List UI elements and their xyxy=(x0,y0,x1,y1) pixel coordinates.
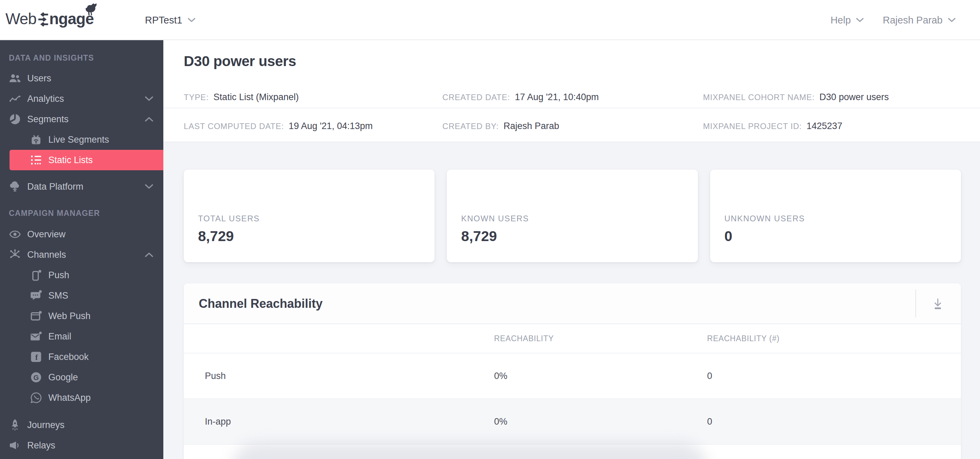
stat-cards-row: TOTAL USERS 8,729 KNOWN USERS 8,729 UNKN… xyxy=(184,170,961,262)
sidebar-item-google[interactable]: G Google xyxy=(0,367,163,387)
relays-icon xyxy=(9,439,21,451)
main-content: D30 power users TYPE:Static List (Mixpan… xyxy=(163,40,980,459)
download-icon xyxy=(931,297,945,311)
sidebar-item-label: Overview xyxy=(27,229,66,240)
channel-name: In-app xyxy=(184,416,494,427)
reachability-percent: 0% xyxy=(494,371,707,381)
sidebar-item-label: SMS xyxy=(48,290,68,301)
download-button[interactable] xyxy=(928,293,948,314)
sidebar-item-label: Static Lists xyxy=(48,155,93,166)
meta-last-computed-date: LAST COMPUTED DATE:19 Aug '21, 04:13pm xyxy=(184,119,442,132)
chevron-down-icon xyxy=(188,18,195,22)
sidebar-item-label: Relays xyxy=(27,440,56,451)
chevron-up-icon[interactable] xyxy=(145,116,153,122)
sidebar-item-label: Users xyxy=(27,73,51,84)
stat-label: KNOWN USERS xyxy=(461,214,684,223)
journeys-icon xyxy=(9,419,21,431)
sidebar-item-label: Facebook xyxy=(48,352,89,362)
stat-value: 8,729 xyxy=(461,228,684,244)
sidebar-item-data-platform[interactable]: Data Platform xyxy=(0,176,163,197)
channel-name: Push xyxy=(184,371,494,381)
table-row-push[interactable]: Push 0% 0 xyxy=(184,354,961,399)
chevron-up-icon[interactable] xyxy=(145,252,153,257)
table-header-reachability-count: REACHABILITY (#) xyxy=(707,334,961,343)
meta-mixpanel-project-id: MIXPANEL PROJECT ID:1425237 xyxy=(703,119,961,132)
chevron-down-icon[interactable] xyxy=(145,96,153,102)
reachability-count: 0 xyxy=(707,371,961,381)
stat-card-known-users: KNOWN USERS 8,729 xyxy=(447,170,698,262)
table-header-reachability: REACHABILITY xyxy=(494,334,707,343)
sidebar-item-label: Data Platform xyxy=(27,182,83,192)
sidebar-item-facebook[interactable]: f Facebook xyxy=(0,347,163,367)
sidebar-section-campaign-manager: CAMPAIGN MANAGER xyxy=(9,205,163,222)
webengage-logo[interactable]: Web ngage xyxy=(5,10,94,28)
stat-label: TOTAL USERS xyxy=(198,214,421,223)
chevron-down-icon[interactable] xyxy=(145,184,153,189)
sidebar-item-web-push[interactable]: Web Push xyxy=(0,306,163,326)
sidebar-item-sms[interactable]: SMS xyxy=(0,285,163,306)
sidebar-item-analytics[interactable]: Analytics xyxy=(0,89,163,109)
sidebar-item-overview[interactable]: Overview xyxy=(0,224,163,244)
stat-card-total-users: TOTAL USERS 8,729 xyxy=(184,170,434,262)
google-icon: G xyxy=(30,371,42,383)
sidebar-section-data-and-insights: DATA AND INSIGHTS xyxy=(9,50,163,66)
webengage-bird-icon xyxy=(83,3,99,17)
sidebar-item-label: Analytics xyxy=(27,94,64,104)
panel-header: Channel Reachability xyxy=(184,283,961,324)
bottom-scroll-shadow xyxy=(231,443,708,459)
top-navigation-bar: Web ngage RPTest1 Help Ra xyxy=(0,0,980,40)
segments-icon xyxy=(9,113,21,125)
svg-text:f: f xyxy=(35,353,38,362)
sidebar-item-users[interactable]: Users xyxy=(0,68,163,89)
web-push-icon xyxy=(30,310,42,322)
user-menu[interactable]: Rajesh Parab xyxy=(883,14,956,26)
sidebar-item-static-lists[interactable]: Static Lists xyxy=(10,150,163,170)
sidebar-item-label: WhatsApp xyxy=(48,393,91,403)
help-menu[interactable]: Help xyxy=(830,14,864,26)
logo-text-web: Web xyxy=(5,10,37,28)
users-icon xyxy=(9,72,21,84)
meta-created-date: CREATED DATE:17 Aug '21, 10:40pm xyxy=(442,90,703,103)
sidebar-item-email[interactable]: Email xyxy=(0,326,163,347)
sidebar-item-label: Push xyxy=(48,270,69,280)
email-icon xyxy=(30,330,42,343)
static-lists-icon xyxy=(30,154,42,166)
live-segments-icon xyxy=(30,134,42,146)
overview-icon xyxy=(9,228,21,241)
sidebar-item-channels[interactable]: Channels xyxy=(0,244,163,265)
meta-created-by: CREATED BY:Rajesh Parab xyxy=(442,119,703,132)
stat-label: UNKNOWN USERS xyxy=(724,214,947,223)
meta-type: TYPE:Static List (Mixpanel) xyxy=(184,90,442,103)
sidebar-navigation: DATA AND INSIGHTS Users Analytics Segmen… xyxy=(0,40,163,459)
logo-e-arrows-icon xyxy=(38,12,49,27)
facebook-icon: f xyxy=(30,351,42,363)
project-name: RPTest1 xyxy=(145,14,182,26)
page-title: D30 power users xyxy=(184,53,296,70)
sidebar-item-whatsapp[interactable]: WhatsApp xyxy=(0,387,163,408)
sidebar-item-label: Journeys xyxy=(27,420,65,430)
panel-title: Channel Reachability xyxy=(199,283,323,324)
meta-row-2: LAST COMPUTED DATE:19 Aug '21, 04:13pm C… xyxy=(184,108,961,142)
content-area: TOTAL USERS 8,729 KNOWN USERS 8,729 UNKN… xyxy=(163,142,980,459)
sidebar-item-segments[interactable]: Segments xyxy=(0,109,163,129)
table-row-in-app[interactable]: In-app 0% 0 xyxy=(184,399,961,445)
sidebar-item-relays[interactable]: Relays xyxy=(0,435,163,456)
sidebar-item-label: Email xyxy=(48,332,72,342)
whatsapp-icon xyxy=(30,392,42,404)
svg-text:G: G xyxy=(33,374,39,381)
sidebar-item-label: Live Segments xyxy=(48,134,109,145)
reachability-percent: 0% xyxy=(494,416,707,427)
meta-mixpanel-cohort-name: MIXPANEL COHORT NAME:D30 power users xyxy=(703,90,961,103)
sidebar-item-journeys[interactable]: Journeys xyxy=(0,415,163,435)
project-switcher[interactable]: RPTest1 xyxy=(145,0,195,40)
sidebar-item-label: Segments xyxy=(27,114,69,124)
meta-row-1: TYPE:Static List (Mixpanel) CREATED DATE… xyxy=(184,85,961,108)
panel-header-divider xyxy=(915,289,916,317)
sidebar-item-live-segments[interactable]: Live Segments xyxy=(0,129,163,150)
sidebar-item-label: Channels xyxy=(27,250,66,260)
stat-card-unknown-users: UNKNOWN USERS 0 xyxy=(710,170,961,262)
stat-value: 0 xyxy=(724,228,947,244)
sidebar-item-push[interactable]: Push xyxy=(0,265,163,285)
chevron-down-icon xyxy=(856,18,864,22)
sms-icon xyxy=(30,289,42,302)
